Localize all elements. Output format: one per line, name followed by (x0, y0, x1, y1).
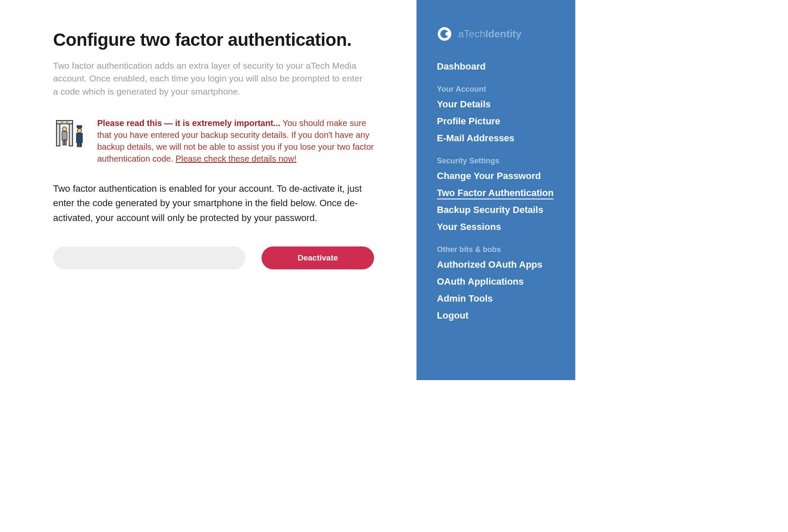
brand-text: aTechIdentity (458, 28, 521, 40)
sidebar-item-oauth-apps[interactable]: OAuth Applications (437, 276, 555, 287)
sidebar-item-email-addresses[interactable]: E-Mail Addresses (437, 133, 555, 144)
sidebar-item-profile-picture[interactable]: Profile Picture (437, 116, 555, 127)
sidebar-item-authorized-oauth[interactable]: Authorized OAuth Apps (437, 259, 555, 270)
sidebar-item-your-details[interactable]: Your Details (437, 99, 555, 110)
sidebar: aTechIdentity Dashboard Your Account You… (417, 0, 575, 380)
svg-rect-4 (69, 124, 73, 146)
security-checkpoint-icon (53, 117, 85, 149)
svg-rect-10 (76, 133, 82, 143)
code-input[interactable] (53, 246, 245, 269)
svg-rect-8 (65, 140, 66, 145)
svg-rect-1 (61, 121, 63, 123)
deactivate-form: Deactivate (53, 246, 374, 269)
svg-rect-3 (56, 124, 60, 146)
svg-point-9 (77, 129, 82, 133)
sidebar-section-security: Security Settings Change Your Password T… (437, 157, 555, 232)
sidebar-item-admin-tools[interactable]: Admin Tools (437, 293, 555, 304)
sidebar-item-change-password[interactable]: Change Your Password (437, 171, 555, 182)
svg-point-15 (445, 32, 450, 36)
svg-rect-12 (80, 143, 82, 147)
brand-logo-icon (437, 26, 452, 42)
svg-point-5 (62, 127, 67, 131)
svg-rect-2 (66, 121, 68, 123)
sidebar-item-logout[interactable]: Logout (437, 310, 555, 321)
main-content: Configure two factor authentication. Two… (0, 0, 417, 380)
page-intro: Two factor authentication adds an extra … (53, 59, 367, 98)
warning-box: Please read this — it is extremely impor… (53, 117, 374, 165)
brand-prefix: aTech (458, 28, 485, 39)
sidebar-item-sessions[interactable]: Your Sessions (437, 221, 555, 232)
page-title: Configure two factor authentication. (53, 30, 374, 50)
brand[interactable]: aTechIdentity (437, 26, 555, 42)
svg-rect-7 (63, 140, 64, 145)
body-text: Two factor authentication is enabled for… (53, 182, 374, 225)
warning-bold: Please read this — it is extremely impor… (97, 118, 280, 128)
sidebar-section-other: Other bits & bobs Authorized OAuth Apps … (437, 245, 555, 321)
sidebar-heading-security: Security Settings (437, 157, 555, 165)
sidebar-item-two-factor[interactable]: Two Factor Authentication (437, 188, 555, 199)
sidebar-section-account: Your Account Your Details Profile Pictur… (437, 85, 555, 144)
warning-text: Please read this — it is extremely impor… (97, 117, 374, 165)
sidebar-item-dashboard[interactable]: Dashboard (437, 61, 555, 72)
svg-rect-0 (56, 120, 73, 124)
backup-details-link[interactable]: Please check these details now! (176, 154, 297, 163)
sidebar-heading-account: Your Account (437, 85, 555, 94)
deactivate-button[interactable]: Deactivate (262, 246, 374, 269)
sidebar-item-backup-security[interactable]: Backup Security Details (437, 204, 555, 216)
svg-rect-6 (62, 132, 67, 140)
brand-bold: Identity (485, 28, 521, 39)
sidebar-section-dashboard: Dashboard (437, 61, 555, 72)
svg-rect-11 (77, 143, 79, 147)
sidebar-heading-other: Other bits & bobs (437, 245, 555, 254)
